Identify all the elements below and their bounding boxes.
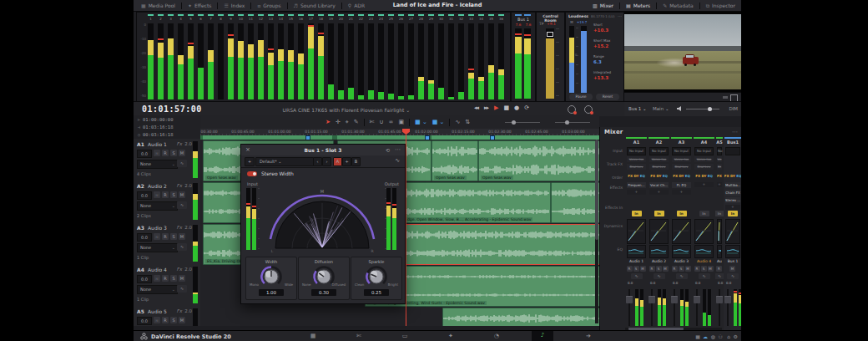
lock-icon[interactable]: ⚿ xyxy=(154,191,160,198)
strip-pan-control[interactable]: ∿ xyxy=(727,273,739,279)
slider-thumb[interactable] xyxy=(708,107,712,111)
mixer-strip-A2[interactable]: A2No InputVoice IsoDial LevFX DY EQ Voca… xyxy=(648,137,671,330)
strip-add-effect-button[interactable]: + xyxy=(694,182,714,187)
razor-tool[interactable]: ✄ xyxy=(370,119,375,125)
strip-order[interactable]: FX DY EQ xyxy=(670,174,693,178)
vertical-scrollbar[interactable] xyxy=(595,140,598,323)
strip-eq-graph[interactable] xyxy=(717,245,722,258)
toolbar-button-sound-library[interactable]: ♬Sound Library xyxy=(290,0,340,11)
history-icon[interactable]: ⟲ xyxy=(386,145,390,155)
snap-magnet-tool[interactable]: ∪ xyxy=(379,119,383,125)
strip-add-effect-button[interactable]: + xyxy=(672,190,691,195)
monitor-bus-select[interactable]: Bus 1 ⌄ xyxy=(628,106,647,111)
page-button-cut[interactable]: ✄ xyxy=(348,331,370,341)
strip-eq-graph[interactable] xyxy=(649,245,669,258)
system-icon-cloud[interactable]: ☁ xyxy=(703,331,708,341)
strip-effects-in-badge[interactable]: In xyxy=(654,211,664,216)
strip-gain-value[interactable]: 0.0 xyxy=(628,281,633,285)
strip-input[interactable]: No Input xyxy=(672,147,691,155)
strip-trackfx-chip[interactable]: Di xyxy=(717,164,722,170)
strip-order[interactable]: FX DY EQ xyxy=(693,174,715,178)
edit-tool[interactable]: ✎ xyxy=(354,119,359,125)
ab-compare-a-button[interactable]: A xyxy=(333,157,342,166)
strip-s-button[interactable]: S xyxy=(656,266,662,272)
automation-curve-button[interactable]: ∿ xyxy=(177,160,187,167)
page-button-fusion[interactable]: ✦ xyxy=(440,331,462,341)
automation-settings-icon[interactable] xyxy=(584,105,593,114)
fader-handle[interactable] xyxy=(648,296,655,303)
ab-compare-b-button[interactable]: B xyxy=(351,157,361,166)
track-m-button[interactable]: M xyxy=(179,275,185,282)
strip-input[interactable]: No Input xyxy=(627,147,646,155)
fader-handle[interactable] xyxy=(671,296,678,303)
strip-input[interactable]: No xyxy=(717,147,722,155)
strip-trackfx-chip[interactable]: Dial Lev xyxy=(672,164,691,170)
waveform-zoom-icon[interactable]: ∿ xyxy=(455,119,460,125)
strip-add-effect-button[interactable]: + xyxy=(717,182,722,187)
more-menu-icon[interactable]: ⋯ xyxy=(395,145,401,155)
track-s-button[interactable]: S xyxy=(170,233,177,240)
track-m-button[interactable]: M xyxy=(179,317,185,323)
toolbar-button-index[interactable]: ☰Index xyxy=(220,0,249,11)
automation-curve-button[interactable]: ∿ xyxy=(177,285,187,293)
fader-handle[interactable] xyxy=(694,296,700,303)
track-header-A4[interactable]: A4Audio 4Fx2.00.0⚿RSMNone⌄∿1 Clip xyxy=(134,264,200,307)
track-s-button[interactable]: S xyxy=(170,191,177,198)
ab-copy-button[interactable]: + xyxy=(342,157,351,166)
strip-trackfx-chip[interactable]: Dial Lev xyxy=(627,164,646,170)
strip-dynamics-graph[interactable] xyxy=(694,219,714,244)
monitor-output-select[interactable]: Main ⌄ xyxy=(653,106,669,111)
fader-handle[interactable] xyxy=(626,296,633,303)
system-icon-remote[interactable]: ◍ xyxy=(711,331,715,341)
overlay-icon[interactable] xyxy=(723,96,728,99)
strip-m-button[interactable]: M xyxy=(685,266,691,272)
next-preset-button[interactable]: › xyxy=(322,157,331,166)
system-icon-home[interactable]: ⌂ xyxy=(727,331,730,341)
strip-pan-control[interactable]: ∿ xyxy=(676,273,688,279)
mixer-strip-Bus1[interactable]: Bus1FX DY EQ Multiba...Chain FXStereo ..… xyxy=(724,137,741,330)
strip-order[interactable]: FX DY EQ xyxy=(625,174,648,178)
toolbar-button-inspector[interactable]: ⧉Inspector xyxy=(702,0,739,11)
automation-curve-button[interactable]: ∿ xyxy=(177,201,187,209)
strip-m-button[interactable]: M xyxy=(640,266,646,272)
fader-track[interactable] xyxy=(719,289,720,326)
strip-effect-chip[interactable]: Chain FX xyxy=(725,190,740,196)
audio-clip[interactable]: Open Seas.wav xyxy=(431,140,478,181)
strip-dynamics-graph[interactable] xyxy=(717,219,722,244)
strip-s-button[interactable]: S xyxy=(701,266,707,272)
strip-gain-value[interactable]: 0.0 xyxy=(718,281,723,285)
track-header-A2[interactable]: A2Audio 2Fx2.00.0⚿RSMNone⌄∿2 Clips xyxy=(134,181,200,223)
more-menu-icon[interactable]: ⋯ xyxy=(618,13,622,18)
preset-dropdown[interactable]: Default* ⌄ xyxy=(255,157,314,166)
plugin-bypass-toggle[interactable] xyxy=(247,171,257,176)
toolbar-button-meters[interactable]: ▤Meters xyxy=(622,0,654,11)
fader-handle[interactable] xyxy=(724,296,731,303)
pointer-tool[interactable]: ➤ xyxy=(326,119,331,125)
range-tool[interactable]: ✛ xyxy=(336,119,341,125)
track-m-button[interactable]: M xyxy=(179,191,185,198)
play-button[interactable]: ▶ xyxy=(494,104,497,111)
zoom-horizontal-slider[interactable] xyxy=(505,122,540,123)
strip-order[interactable]: FX DY EQ xyxy=(724,174,741,178)
flag-tool[interactable]: ▣ xyxy=(398,119,404,125)
toolbar-button-groups[interactable]: ⧈Groups xyxy=(253,0,285,11)
knob-diffusion[interactable]: DiffusionNoneDiffused0.30 xyxy=(298,257,350,300)
strip-r-button[interactable]: R xyxy=(694,266,700,272)
strip-eq-graph[interactable] xyxy=(725,245,740,258)
track-bus-dropdown[interactable]: None⌄ xyxy=(137,201,178,211)
strip-r-button[interactable]: R xyxy=(627,266,633,272)
strip-effect-chip[interactable]: Vocal Ch... xyxy=(649,182,669,188)
system-icon-settings[interactable]: ⚙ xyxy=(734,331,738,341)
lock-icon[interactable]: ⚿ xyxy=(154,275,160,282)
strip-dynamics-graph[interactable] xyxy=(627,219,646,244)
strip-trackfx-chip[interactable]: Voice Iso xyxy=(694,156,714,162)
strip-m-button[interactable]: M xyxy=(729,266,735,272)
strip-eq-graph[interactable] xyxy=(694,245,714,258)
toolbar-button-metadata[interactable]: ✎Metadata xyxy=(659,0,697,11)
track-r-button[interactable]: R xyxy=(162,150,169,156)
playhead[interactable] xyxy=(406,129,406,326)
strip-effects-in-badge[interactable]: In xyxy=(699,211,709,216)
page-button-fairlight[interactable]: ♪ xyxy=(532,331,553,341)
strip-pan-control[interactable]: ∿ xyxy=(699,273,710,279)
strip-order[interactable]: FX DY EQ xyxy=(648,174,670,178)
